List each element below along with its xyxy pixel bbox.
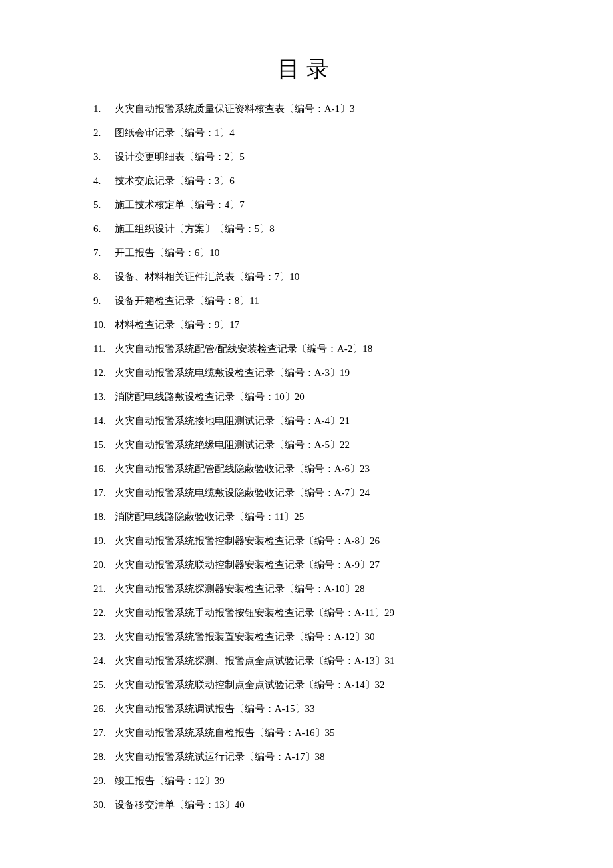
- toc-entry-number: 6.: [93, 217, 112, 241]
- toc-entry-text: 火灾自动报警系统绝缘电阻测试记录〔编号：A-5〕22: [115, 439, 350, 450]
- toc-entry: 14. 火灾自动报警系统接地电阻测试记录〔编号：A-4〕21: [93, 409, 573, 433]
- toc-entry: 13. 消防配电线路敷设检查记录〔编号：10〕20: [93, 385, 573, 409]
- toc-entry-number: 22.: [93, 601, 112, 625]
- toc-entry-text: 设备开箱检查记录〔编号：8〕11: [115, 295, 259, 306]
- toc-entry-text: 火灾自动报警系统接地电阻测试记录〔编号：A-4〕21: [115, 415, 350, 426]
- toc-entry-text: 火灾自动报警系统配管/配线安装检查记录〔编号：A-2〕18: [115, 343, 373, 354]
- toc-entry-number: 3.: [93, 145, 112, 169]
- toc-entry: 11. 火灾自动报警系统配管/配线安装检查记录〔编号：A-2〕18: [93, 337, 573, 361]
- page-title: 目录: [40, 54, 573, 85]
- toc-entry-text: 火灾自动报警系统配管配线隐蔽验收记录〔编号：A-6〕23: [115, 463, 370, 474]
- toc-entry: 24. 火灾自动报警系统探测、报警点全点试验记录〔编号：A-13〕31: [93, 649, 573, 673]
- toc-entry-number: 24.: [93, 649, 112, 673]
- toc-entry-text: 火灾自动报警系统警报装置安装检查记录〔编号：A-12〕30: [115, 631, 375, 642]
- toc-entry-text: 火灾自动报警系统试运行记录〔编号：A-17〕38: [115, 751, 325, 762]
- toc-entry-text: 火灾自动报警系统电缆敷设检查记录〔编号：A-3〕19: [115, 367, 350, 378]
- toc-entry-number: 20.: [93, 553, 112, 577]
- toc-entry: 27. 火灾自动报警系统系统自检报告〔编号：A-16〕35: [93, 721, 573, 745]
- toc-entry: 19. 火灾自动报警系统报警控制器安装检查记录〔编号：A-8〕26: [93, 529, 573, 553]
- toc-entry: 12. 火灾自动报警系统电缆敷设检查记录〔编号：A-3〕19: [93, 361, 573, 385]
- toc-entry-number: 17.: [93, 481, 112, 505]
- toc-entry: 15. 火灾自动报警系统绝缘电阻测试记录〔编号：A-5〕22: [93, 433, 573, 457]
- toc-entry-number: 18.: [93, 505, 112, 529]
- toc-entry-number: 25.: [93, 673, 112, 697]
- toc-entry: 17. 火灾自动报警系统电缆敷设隐蔽验收记录〔编号：A-7〕24: [93, 481, 573, 505]
- toc-entry-number: 10.: [93, 313, 112, 337]
- toc-entry-text: 设备、材料相关证件汇总表〔编号：7〕10: [115, 271, 300, 282]
- toc-entry-number: 13.: [93, 385, 112, 409]
- toc-entry-text: 火灾自动报警系统探测、报警点全点试验记录〔编号：A-13〕31: [115, 655, 395, 666]
- toc-entry-number: 21.: [93, 577, 112, 601]
- toc-entry-text: 火灾自动报警系统联动控制点全点试验记录〔编号：A-14〕32: [115, 679, 385, 690]
- toc-entry-text: 火灾自动报警系统质量保证资料核查表〔编号：A-1〕3: [115, 103, 355, 114]
- toc-entry-number: 14.: [93, 409, 112, 433]
- toc-entry: 1. 火灾自动报警系统质量保证资料核查表〔编号：A-1〕3: [93, 97, 573, 121]
- table-of-contents: 1. 火灾自动报警系统质量保证资料核查表〔编号：A-1〕32. 图纸会审记录〔编…: [40, 97, 573, 817]
- toc-entry-text: 消防配电线路隐蔽验收记录〔编号：11〕25: [115, 511, 304, 522]
- toc-entry: 26. 火灾自动报警系统调试报告〔编号：A-15〕33: [93, 697, 573, 721]
- toc-entry-number: 11.: [93, 337, 112, 361]
- toc-entry-number: 16.: [93, 457, 112, 481]
- toc-entry-number: 27.: [93, 721, 112, 745]
- toc-entry-text: 消防配电线路敷设检查记录〔编号：10〕20: [115, 391, 305, 402]
- toc-entry: 22. 火灾自动报警系统手动报警按钮安装检查记录〔编号：A-11〕29: [93, 601, 573, 625]
- toc-entry: 23. 火灾自动报警系统警报装置安装检查记录〔编号：A-12〕30: [93, 625, 573, 649]
- toc-entry: 25. 火灾自动报警系统联动控制点全点试验记录〔编号：A-14〕32: [93, 673, 573, 697]
- toc-entry-number: 30.: [93, 793, 112, 817]
- toc-entry-text: 火灾自动报警系统联动控制器安装检查记录〔编号：A-9〕27: [115, 559, 380, 570]
- toc-entry: 3. 设计变更明细表〔编号：2〕5: [93, 145, 573, 169]
- toc-entry: 9. 设备开箱检查记录〔编号：8〕11: [93, 289, 573, 313]
- toc-entry: 16. 火灾自动报警系统配管配线隐蔽验收记录〔编号：A-6〕23: [93, 457, 573, 481]
- toc-entry: 7. 开工报告〔编号：6〕10: [93, 241, 573, 265]
- toc-entry-text: 技术交底记录〔编号：3〕6: [115, 175, 235, 186]
- header-rule: [60, 47, 553, 47]
- toc-entry: 21. 火灾自动报警系统探测器安装检查记录〔编号：A-10〕28: [93, 577, 573, 601]
- toc-entry: 20. 火灾自动报警系统联动控制器安装检查记录〔编号：A-9〕27: [93, 553, 573, 577]
- toc-entry-number: 9.: [93, 289, 112, 313]
- toc-entry-number: 23.: [93, 625, 112, 649]
- toc-entry-number: 8.: [93, 265, 112, 289]
- toc-entry: 4. 技术交底记录〔编号：3〕6: [93, 169, 573, 193]
- toc-entry-text: 火灾自动报警系统系统自检报告〔编号：A-16〕35: [115, 727, 335, 738]
- toc-entry-text: 竣工报告〔编号：12〕39: [115, 775, 225, 786]
- toc-entry: 28. 火灾自动报警系统试运行记录〔编号：A-17〕38: [93, 745, 573, 769]
- toc-entry-number: 4.: [93, 169, 112, 193]
- toc-entry-number: 19.: [93, 529, 112, 553]
- toc-entry-number: 7.: [93, 241, 112, 265]
- toc-entry-number: 26.: [93, 697, 112, 721]
- toc-entry-text: 施工技术核定单〔编号：4〕7: [115, 199, 245, 210]
- toc-entry-text: 火灾自动报警系统报警控制器安装检查记录〔编号：A-8〕26: [115, 535, 380, 546]
- toc-entry-number: 5.: [93, 193, 112, 217]
- toc-entry: 2. 图纸会审记录〔编号：1〕4: [93, 121, 573, 145]
- toc-entry-number: 28.: [93, 745, 112, 769]
- toc-entry-text: 施工组织设计〔方案〕〔编号：5〕8: [115, 223, 275, 234]
- toc-entry: 10. 材料检查记录〔编号：9〕17: [93, 313, 573, 337]
- toc-entry-text: 材料检查记录〔编号：9〕17: [115, 319, 240, 330]
- toc-entry: 5. 施工技术核定单〔编号：4〕7: [93, 193, 573, 217]
- toc-entry-text: 图纸会审记录〔编号：1〕4: [115, 127, 235, 138]
- toc-entry-text: 设计变更明细表〔编号：2〕5: [115, 151, 245, 162]
- toc-entry: 30. 设备移交清单〔编号：13〕40: [93, 793, 573, 817]
- toc-entry: 29. 竣工报告〔编号：12〕39: [93, 769, 573, 793]
- toc-entry-text: 开工报告〔编号：6〕10: [115, 247, 220, 258]
- toc-entry: 8. 设备、材料相关证件汇总表〔编号：7〕10: [93, 265, 573, 289]
- toc-entry: 18. 消防配电线路隐蔽验收记录〔编号：11〕25: [93, 505, 573, 529]
- toc-entry-number: 2.: [93, 121, 112, 145]
- toc-entry-number: 29.: [93, 769, 112, 793]
- toc-entry-number: 1.: [93, 97, 112, 121]
- toc-entry-number: 12.: [93, 361, 112, 385]
- toc-entry: 6. 施工组织设计〔方案〕〔编号：5〕8: [93, 217, 573, 241]
- toc-entry-text: 火灾自动报警系统调试报告〔编号：A-15〕33: [115, 703, 315, 714]
- toc-entry-number: 15.: [93, 433, 112, 457]
- toc-entry-text: 设备移交清单〔编号：13〕40: [115, 799, 245, 810]
- toc-entry-text: 火灾自动报警系统探测器安装检查记录〔编号：A-10〕28: [115, 583, 365, 594]
- toc-entry-text: 火灾自动报警系统手动报警按钮安装检查记录〔编号：A-11〕29: [115, 607, 394, 618]
- toc-entry-text: 火灾自动报警系统电缆敷设隐蔽验收记录〔编号：A-7〕24: [115, 487, 370, 498]
